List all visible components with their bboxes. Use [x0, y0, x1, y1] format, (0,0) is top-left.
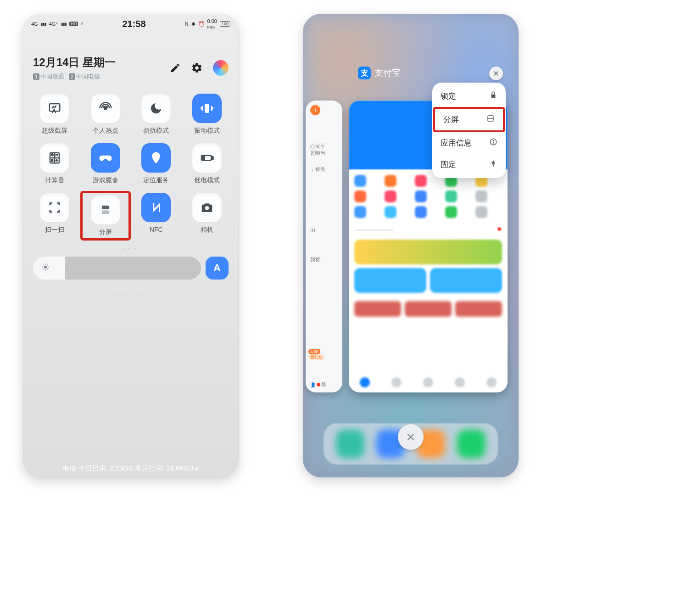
- svg-point-1: [104, 107, 106, 110]
- brightness-slider[interactable]: [33, 257, 201, 280]
- close-all-button[interactable]: [398, 424, 424, 450]
- ctx-split[interactable]: 分屏: [433, 107, 505, 132]
- signal-1: 4G: [31, 21, 38, 27]
- gear-icon[interactable]: [191, 62, 203, 74]
- svg-line-24: [43, 265, 44, 266]
- qs-split-screen-label: 分屏: [99, 228, 112, 236]
- auto-brightness-toggle[interactable]: A: [206, 257, 229, 280]
- recents-card-background[interactable]: + 心灵手 是响当 ，你觉 31 我肯 4/20 领红包 👤 我: [306, 101, 342, 392]
- qs-game-box-toggle[interactable]: [91, 143, 120, 173]
- svg-rect-36: [493, 164, 494, 167]
- svg-rect-17: [102, 210, 109, 214]
- recents-app-title[interactable]: 支 支付宝: [358, 67, 401, 79]
- clock: 21:58: [122, 19, 145, 29]
- alarm-icon: ⏰: [198, 21, 205, 27]
- qs-hotspot-toggle[interactable]: [91, 94, 120, 123]
- svg-line-25: [47, 269, 48, 270]
- status-bar: 4G ▮▮▮ 4G⁺ ▮▮▮ HD 2 21:58 N ✱ ⏰ 0.00KB/s…: [23, 14, 239, 32]
- qs-calculator-toggle[interactable]: +−×÷: [40, 143, 69, 173]
- qs-vibrate-label: 振动模式: [194, 127, 220, 135]
- ctx-app-info[interactable]: 应用信息: [432, 132, 506, 154]
- qs-calculator-label: 计算器: [45, 176, 64, 185]
- control-center-header: 12月14日 星期一 1中国联通 2中国电信: [23, 32, 239, 84]
- qs-camera-label: 相机: [201, 226, 213, 234]
- svg-rect-30: [491, 95, 496, 98]
- qs-hotspot-label: 个人热点: [93, 127, 118, 135]
- qs-nfc-label: NFC: [150, 226, 163, 233]
- qs-game-box-label: 游戏魔盒: [93, 176, 118, 185]
- svg-text:−: −: [56, 153, 58, 157]
- svg-text:÷: ÷: [56, 158, 58, 162]
- svg-point-12: [155, 155, 157, 157]
- phone-recents: 支 支付宝 + 心灵手 是响当 ，你觉 31 我肯 4/20 领红包 👤 我: [303, 14, 519, 477]
- qs-dnd-toggle[interactable]: [141, 94, 171, 123]
- qs-super-screenshot-toggle[interactable]: [40, 94, 69, 123]
- info-icon: [489, 138, 497, 148]
- svg-rect-16: [102, 206, 109, 209]
- n-icon: N: [185, 21, 189, 27]
- bluetooth-icon: ✱: [191, 21, 195, 27]
- carriers: 1中国联通 2中国电信: [33, 73, 116, 81]
- recents-context-menu: 锁定分屏应用信息固定: [432, 83, 506, 178]
- pin-icon: [489, 159, 497, 170]
- qs-dnd-label: 勿扰模式: [143, 127, 169, 135]
- svg-line-27: [47, 265, 48, 266]
- ctx-pin[interactable]: 固定: [432, 154, 506, 175]
- svg-rect-14: [212, 157, 213, 159]
- net-speed: 0.00KB/s: [207, 18, 217, 29]
- qs-low-power-toggle[interactable]: [192, 143, 222, 173]
- brightness-icon: [41, 263, 50, 273]
- pull-indicator: [110, 294, 151, 300]
- qs-nfc-toggle[interactable]: [141, 193, 171, 222]
- qs-low-power-label: 低电模式: [194, 176, 220, 185]
- qs-split-screen-toggle[interactable]: [91, 195, 120, 224]
- svg-point-18: [205, 206, 209, 210]
- svg-rect-2: [205, 104, 209, 113]
- phone-control-center: 4G ▮▮▮ 4G⁺ ▮▮▮ HD 2 21:58 N ✱ ⏰ 0.00KB/s…: [23, 14, 239, 477]
- qs-location-label: 定位服务: [143, 176, 169, 185]
- svg-line-26: [43, 269, 44, 270]
- qs-location-toggle[interactable]: [141, 143, 171, 173]
- signal-2: 4G⁺: [49, 21, 59, 27]
- svg-rect-15: [202, 157, 204, 159]
- qs-camera-toggle[interactable]: [192, 193, 222, 222]
- lock-icon: [489, 91, 497, 101]
- split-icon: [486, 114, 495, 125]
- pager-dots: • • •: [23, 243, 239, 257]
- data-usage-footer: 电信 今日已用: 2.23GB 本月已用: 24.69GB ▸: [23, 464, 239, 473]
- svg-point-10: [107, 157, 108, 158]
- svg-text:×: ×: [51, 158, 53, 162]
- qs-vibrate-toggle[interactable]: [192, 94, 222, 123]
- date-text: 12月14日 星期一: [33, 55, 116, 70]
- hd-badge: HD: [69, 22, 78, 26]
- edit-icon[interactable]: [170, 62, 181, 73]
- plus-icon: +: [310, 105, 320, 115]
- svg-point-35: [493, 140, 494, 141]
- svg-point-19: [44, 266, 47, 269]
- qs-scan-label: 扫一扫: [45, 226, 64, 234]
- person-icon: 👤: [310, 382, 316, 387]
- ctx-lock[interactable]: 锁定: [432, 85, 506, 107]
- alipay-icon: 支: [358, 67, 371, 79]
- svg-point-11: [108, 158, 110, 159]
- svg-text:+: +: [51, 153, 54, 157]
- jovi-assistant-icon[interactable]: [213, 60, 229, 76]
- qs-super-screenshot-label: 超级截屏: [42, 127, 67, 135]
- qs-scan-toggle[interactable]: [40, 193, 69, 222]
- card-close-button[interactable]: [489, 67, 503, 80]
- quick-settings-grid: 超级截屏个人热点勿扰模式振动模式+−×÷计算器游戏魔盒定位服务低电模式扫一扫分屏…: [23, 84, 239, 243]
- battery-icon: 100: [220, 21, 230, 27]
